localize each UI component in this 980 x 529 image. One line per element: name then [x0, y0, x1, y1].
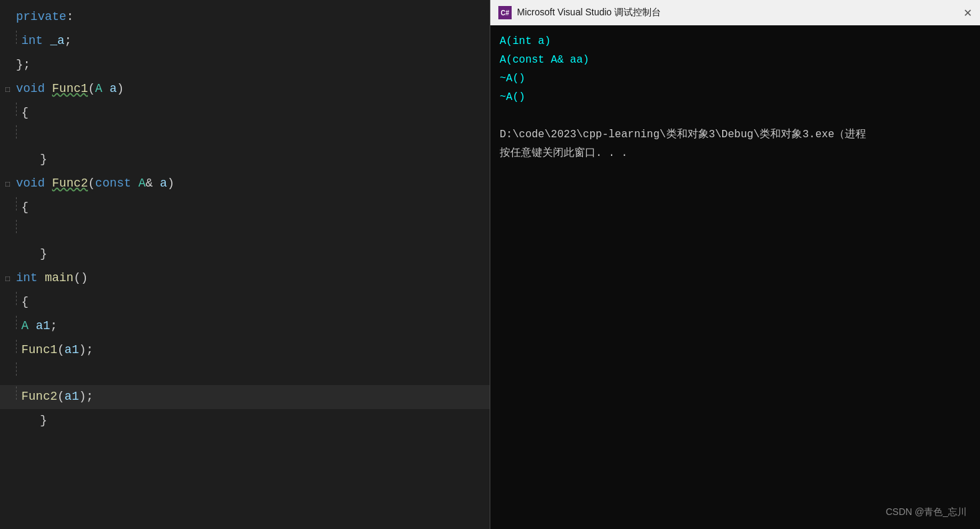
code-line: {	[0, 101, 490, 125]
debug-output-line: A(const A& aa)	[500, 51, 971, 69]
debug-output-line: ~A()	[500, 88, 971, 107]
debug-output-line: ~A()	[500, 69, 971, 88]
code-token-keyword: const	[95, 172, 131, 195]
fold-indicator	[5, 292, 13, 314]
fold-indicator	[5, 55, 13, 77]
code-line: Func1(a1);	[0, 338, 490, 362]
code-line: private:	[0, 5, 490, 29]
code-line: }	[0, 243, 490, 266]
fold-indicator	[5, 220, 13, 243]
fold-indicator: □	[5, 268, 13, 290]
code-token-plain	[45, 77, 52, 100]
indent-dot-line	[16, 362, 17, 376]
code-token-variable: a1	[65, 338, 79, 361]
fold-indicator	[5, 7, 13, 29]
indent-dot-line	[16, 386, 17, 400]
code-line: □int main()	[0, 266, 490, 290]
code-token-variable: a	[160, 172, 167, 195]
code-token-variable: a1	[65, 385, 79, 408]
fold-indicator	[5, 244, 13, 266]
indent-dot-line	[16, 220, 17, 233]
indent-dot-line	[16, 31, 17, 44]
debug-title-text: Microsoft Visual Studio 调试控制台	[517, 7, 661, 19]
debug-output-line: 按任意键关闭此窗口. . .	[500, 144, 971, 163]
code-token-plain	[37, 266, 45, 289]
code-line: A a1;	[0, 314, 490, 338]
indent-dot-line	[16, 197, 17, 211]
code-token-plain: };	[16, 53, 31, 76]
code-token-plain: );	[79, 338, 93, 361]
fold-indicator	[5, 410, 13, 433]
code-token-function-name: Func1	[21, 338, 57, 361]
code-token-function-name: Func2	[21, 385, 57, 408]
debug-output-line	[500, 107, 971, 125]
fold-indicator: □	[5, 79, 13, 101]
code-token-variable: a	[109, 77, 117, 100]
code-editor: private: int _a; };□void Func1(A a) { }□…	[0, 0, 490, 529]
code-line: int _a;	[0, 29, 490, 53]
code-token-type-keyword: int	[16, 266, 37, 289]
code-line: };	[0, 53, 490, 77]
code-line: □void Func1(A a)	[0, 77, 490, 101]
code-token-plain: )	[167, 172, 175, 195]
code-token-type-keyword: int	[21, 29, 43, 52]
fold-indicator	[5, 386, 13, 409]
fold-indicator	[5, 125, 13, 148]
code-token-plain: (	[57, 338, 65, 361]
indent-dot-line	[16, 103, 17, 116]
vs-icon: C#	[498, 6, 512, 19]
debug-console: C# Microsoft Visual Studio 调试控制台 ✕ A(int…	[490, 0, 980, 529]
code-token-keyword: private	[16, 5, 67, 28]
code-token-plain: :	[67, 5, 74, 28]
code-token-plain: {	[21, 101, 29, 124]
code-token-plain: (	[88, 77, 95, 100]
code-token-plain: }	[40, 148, 47, 171]
code-line	[0, 362, 490, 385]
indent-dot-line	[16, 316, 17, 329]
code-token-plain: }	[40, 243, 47, 265]
code-token-plain: )	[117, 77, 124, 100]
code-token-plain	[43, 29, 50, 52]
indent-dot-line	[16, 340, 17, 353]
code-token-function-name-underline: Func2	[52, 172, 88, 195]
code-line: {	[0, 196, 490, 220]
code-token-variable: _a	[50, 29, 65, 52]
code-token-plain	[29, 314, 36, 337]
code-token-class-name: A	[139, 172, 146, 195]
code-token-plain: );	[79, 385, 93, 408]
fold-indicator	[5, 316, 13, 338]
code-token-plain: ;	[50, 314, 57, 337]
code-line	[0, 125, 490, 148]
code-line: Func2(a1);	[0, 385, 490, 409]
code-line	[0, 220, 490, 243]
code-token-plain: &	[146, 172, 161, 195]
code-token-function-name: main	[45, 266, 73, 289]
code-token-plain: }	[40, 409, 47, 432]
fold-indicator	[5, 103, 13, 125]
debug-output: A(int a)A(const A& aa)~A()~A()D:\code\20…	[490, 25, 980, 529]
indent-dot-line	[16, 292, 17, 305]
fold-indicator	[5, 340, 13, 362]
debug-title-bar: C# Microsoft Visual Studio 调试控制台 ✕	[490, 0, 980, 25]
code-token-variable: a1	[36, 314, 51, 337]
code-token-keyword: void	[16, 172, 45, 195]
main-container: private: int _a; };□void Func1(A a) { }□…	[0, 0, 980, 529]
code-line: }	[0, 409, 490, 433]
fold-indicator: □	[5, 173, 13, 196]
code-line: {	[0, 290, 490, 314]
code-token-plain	[103, 77, 110, 100]
code-token-plain: (	[88, 172, 95, 195]
fold-indicator	[5, 197, 13, 220]
code-token-function-name-underline: Func1	[52, 77, 88, 100]
debug-close-button[interactable]: ✕	[963, 7, 972, 19]
code-token-plain: ;	[65, 29, 72, 52]
code-content: private: int _a; };□void Func1(A a) { }□…	[0, 0, 490, 438]
attribution: CSDN @青色_忘川	[885, 506, 967, 518]
code-token-plain: (	[57, 385, 65, 408]
debug-output-line: A(int a)	[500, 32, 971, 51]
fold-indicator	[5, 149, 13, 172]
code-token-plain: {	[21, 196, 29, 219]
code-token-plain	[131, 172, 139, 195]
code-line: }	[0, 148, 490, 172]
debug-output-line: D:\code\2023\cpp-learning\类和对象3\Debug\类和…	[500, 125, 971, 144]
